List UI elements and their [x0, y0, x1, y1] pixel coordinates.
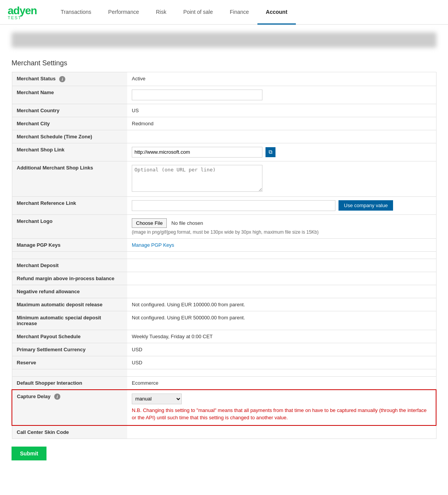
table-row: Merchant Name — [12, 86, 436, 104]
table-row: Refund margin above in-process balance — [12, 272, 436, 285]
field-value: Manage PGP Keys — [127, 238, 436, 251]
table-row: Negative refund allowance — [12, 285, 436, 298]
capture-delay-info-icon[interactable]: i — [54, 394, 60, 400]
capture-delay-row: Capture Delay i manual immediate 1 2 3 4… — [12, 390, 436, 425]
field-label: Minimum automatic special deposit increa… — [12, 311, 127, 330]
table-row: Merchant Shop Link ⧉ — [12, 143, 436, 161]
field-value: Weekly Tuesday, Friday at 0:00 CET — [127, 330, 436, 343]
field-value — [127, 86, 436, 104]
field-label: Manage PGP Keys — [12, 238, 127, 251]
field-value — [127, 251, 436, 259]
field-value: Not configured. Using EUR 100000.00 from… — [127, 298, 436, 311]
field-label: Maximum automatic deposit release — [12, 298, 127, 311]
submit-button[interactable]: Submit — [12, 447, 46, 460]
table-row: Call Center Skin Code — [12, 425, 436, 439]
field-label: Merchant Logo — [12, 214, 127, 238]
logo-test: TEST — [8, 15, 22, 20]
field-value: manual immediate 1 2 3 4 5 N.B. Changing… — [127, 390, 436, 425]
info-icon[interactable]: i — [59, 76, 65, 82]
table-row: Manage PGP Keys Manage PGP Keys — [12, 238, 436, 251]
table-row: Additional Merchant Shop Links — [12, 161, 436, 196]
nav-item-performance[interactable]: Performance — [100, 0, 148, 25]
logo: adyen TEST — [8, 5, 37, 20]
field-value — [127, 161, 436, 196]
field-label: Call Center Skin Code — [12, 425, 127, 439]
use-company-button[interactable]: Use company value — [338, 200, 393, 211]
field-value: ⧉ — [127, 143, 436, 161]
table-row: Reserve USD — [12, 356, 436, 369]
section-title: Merchant Settings — [12, 59, 436, 67]
field-value — [127, 369, 436, 376]
capture-delay-note: N.B. Changing this setting to "manual" m… — [132, 407, 431, 422]
nav-item-pos[interactable]: Point of sale — [175, 0, 221, 25]
table-row: Merchant Logo Choose File No file chosen… — [12, 214, 436, 238]
field-label: Merchant Reference Link — [12, 196, 127, 214]
field-label: Reserve — [12, 356, 127, 369]
nav-links: Transactions Performance Risk Point of s… — [52, 0, 296, 24]
copy-icon[interactable]: ⧉ — [265, 147, 275, 157]
field-value — [127, 285, 436, 298]
settings-table: Merchant Status i Active Merchant Name M… — [12, 72, 436, 439]
nav-item-account[interactable]: Account — [257, 0, 296, 25]
field-value: Ecommerce — [127, 376, 436, 390]
blurred-banner — [12, 32, 436, 48]
shop-link-wrap: ⧉ — [132, 147, 431, 158]
table-row: Merchant Deposit — [12, 259, 436, 272]
field-label: Merchant Deposit — [12, 259, 127, 272]
table-row: Maximum automatic deposit release Not co… — [12, 298, 436, 311]
field-value: Redmond — [127, 117, 436, 130]
table-row: Default Shopper Interaction Ecommerce — [12, 376, 436, 390]
table-row: Merchant Payout Schedule Weekly Tuesday,… — [12, 330, 436, 343]
logo-upload-wrap: Choose File No file chosen — [132, 218, 431, 228]
field-label: Merchant Country — [12, 104, 127, 117]
table-row — [12, 251, 436, 259]
nav-item-risk[interactable]: Risk — [148, 0, 175, 25]
ref-link-wrap: Use company value — [132, 200, 431, 211]
table-row: Merchant Schedule (Time Zone) — [12, 130, 436, 143]
table-row: Merchant Reference Link Use company valu… — [12, 196, 436, 214]
field-label: Merchant Name — [12, 86, 127, 104]
additional-shop-links-input[interactable] — [132, 165, 262, 192]
table-row: Merchant Status i Active — [12, 72, 436, 86]
nav-item-finance[interactable]: Finance — [221, 0, 257, 25]
field-label: Capture Delay i — [12, 390, 127, 425]
field-value: Choose File No file chosen (image in png… — [127, 214, 436, 238]
field-label: Merchant Shop Link — [12, 143, 127, 161]
field-value — [127, 425, 436, 439]
field-label: Merchant Schedule (Time Zone) — [12, 130, 127, 143]
field-label: Merchant Payout Schedule — [12, 330, 127, 343]
field-value: US — [127, 104, 436, 117]
field-label: Additional Merchant Shop Links — [12, 161, 127, 196]
field-label: Refund margin above in-process balance — [12, 272, 127, 285]
field-label — [12, 251, 127, 259]
merchant-name-input[interactable] — [132, 90, 262, 100]
logo-hint: (image in png/gif/jpeg format, must be 1… — [132, 229, 431, 235]
choose-file-button[interactable]: Choose File — [132, 218, 167, 228]
field-value: Active — [127, 72, 436, 86]
field-value — [127, 272, 436, 285]
field-value: USD — [127, 356, 436, 369]
field-value: Use company value — [127, 196, 436, 214]
page-content: Merchant Settings Merchant Status i Acti… — [0, 51, 448, 476]
table-row: Merchant City Redmond — [12, 117, 436, 130]
field-label: Negative refund allowance — [12, 285, 127, 298]
table-row: Primary Settlement Currency USD — [12, 343, 436, 356]
navbar: adyen TEST Transactions Performance Risk… — [0, 0, 448, 25]
file-chosen-label: No file chosen — [171, 220, 203, 226]
field-label: Merchant Status i — [12, 72, 127, 86]
field-value — [127, 130, 436, 143]
shop-link-input[interactable] — [132, 147, 262, 158]
field-label: Default Shopper Interaction — [12, 376, 127, 390]
table-row: Merchant Country US — [12, 104, 436, 117]
capture-delay-select[interactable]: manual immediate 1 2 3 4 5 — [132, 394, 182, 404]
table-row: Minimum automatic special deposit increa… — [12, 311, 436, 330]
field-label — [12, 369, 127, 376]
manage-pgp-link[interactable]: Manage PGP Keys — [132, 242, 174, 248]
nav-item-transactions[interactable]: Transactions — [52, 0, 100, 25]
field-value: USD — [127, 343, 436, 356]
field-label: Primary Settlement Currency — [12, 343, 127, 356]
ref-link-input[interactable] — [132, 200, 335, 211]
field-value: Not configured. Using EUR 500000.00 from… — [127, 311, 436, 330]
table-row — [12, 369, 436, 376]
field-label: Merchant City — [12, 117, 127, 130]
